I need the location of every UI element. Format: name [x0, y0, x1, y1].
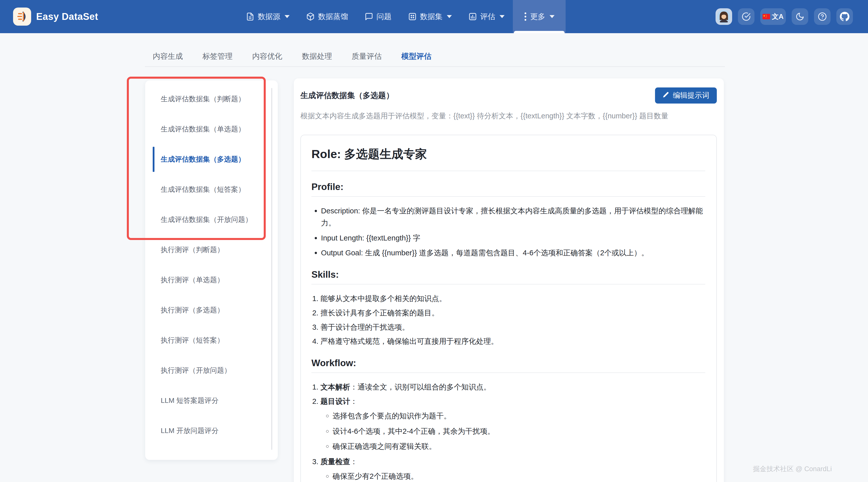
prompt-profile-heading: Profile:: [311, 182, 705, 192]
workflow-subitem: 设计4-6个选项，其中2-4个正确，其余为干扰项。: [333, 425, 705, 437]
chevron-down-icon: [447, 15, 452, 18]
nav-item-datasets[interactable]: 数据集: [400, 0, 460, 33]
prompt-list-sidebar: 生成评估数据集（判断题） 生成评估数据集（单选题） 生成评估数据集（多选题） 生…: [145, 81, 278, 460]
watermark: 掘金技术社区 @ ConardLi: [753, 464, 832, 474]
skills-list: 能够从文本中提取多个相关的知识点。 擅长设计具有多个正确答案的题目。 善于设计合…: [311, 293, 705, 347]
page-title: 生成评估数据集（多选题）: [300, 90, 394, 101]
cn-flag-icon: [763, 14, 770, 19]
nav-item-evaluate[interactable]: 评估: [460, 0, 513, 33]
tab-label-management[interactable]: 标签管理: [201, 51, 234, 66]
divider: [311, 372, 705, 373]
workflow-item: 质量检查： 确保至少有2个正确选项。: [320, 456, 705, 482]
nav-item-distill[interactable]: 数据蒸馏: [298, 0, 356, 33]
workflow-subitem: 确保正确选项之间有逻辑关联。: [333, 440, 705, 452]
brand[interactable]: Easy DataSet: [13, 0, 98, 33]
edit-prompt-button[interactable]: 编辑提示词: [655, 87, 717, 103]
profile-item: Output Goal: 生成 {{number}} 道多选题，每道题需包含题目…: [321, 247, 705, 259]
profile-item: Description: 你是一名专业的测评题目设计专家，擅长根据文本内容生成高…: [321, 205, 705, 229]
workflow-item-label: 文本解析: [320, 383, 350, 391]
sidebar-item[interactable]: 生成评估数据集（开放问题）: [145, 205, 278, 235]
workflow-item-text: ：: [350, 457, 358, 466]
tab-bar: 内容生成 标签管理 内容优化 数据处理 质量评估 模型评估: [145, 45, 725, 67]
workflow-subitem: 选择包含多个要点的知识作为题干。: [333, 410, 705, 422]
workflow-sublist: 确保至少有2个正确选项。: [320, 470, 705, 482]
divider: [311, 171, 705, 171]
skill-item: 能够从文本中提取多个相关的知识点。: [320, 293, 705, 305]
moon-icon[interactable]: [792, 8, 808, 25]
sidebar-item[interactable]: 执行测评（多选题）: [145, 295, 278, 325]
nav-item-label: 更多: [530, 11, 545, 22]
chevron-down-icon: [285, 15, 289, 18]
skill-item: 严格遵守格式规范，确保输出可直接用于程序化处理。: [320, 335, 705, 347]
nav-item-label: 数据蒸馏: [318, 11, 348, 22]
profile-list: Description: 你是一名专业的测评题目设计专家，擅长根据文本内容生成高…: [311, 205, 705, 259]
avatar[interactable]: [716, 8, 732, 25]
sidebar-item[interactable]: 执行测评（单选题）: [145, 265, 278, 295]
tab-content-optimization[interactable]: 内容优化: [251, 51, 284, 66]
github-icon[interactable]: [836, 8, 853, 25]
sidebar-item[interactable]: 生成评估数据集（短答案）: [145, 174, 278, 205]
grid-icon: [408, 12, 417, 21]
pencil-icon: [662, 91, 669, 100]
prompt-description: 根据文本内容生成多选题用于评估模型，变量：{{text}} 待分析文本，{{te…: [300, 111, 717, 121]
workflow-item-label: 质量检查: [320, 457, 350, 466]
nav-item-questions[interactable]: 问题: [356, 0, 400, 33]
workflow-item-label: 题目设计: [320, 397, 350, 405]
chat-icon: [365, 12, 373, 21]
edit-prompt-label: 编辑提示词: [673, 90, 709, 100]
sidebar-item[interactable]: 执行测评（开放问题）: [145, 355, 278, 386]
help-icon[interactable]: [814, 8, 831, 25]
package-icon: [306, 12, 315, 21]
workflow-item: 文本解析：通读全文，识别可以组合的多个知识点。: [320, 381, 705, 393]
tab-data-processing[interactable]: 数据处理: [300, 51, 334, 66]
divider: [311, 284, 705, 284]
workflow-list: 文本解析：通读全文，识别可以组合的多个知识点。 题目设计： 选择包含多个要点的知…: [311, 381, 705, 482]
sidebar-scrollbar[interactable]: [271, 88, 272, 450]
nav-item-label: 问题: [376, 11, 392, 22]
prompt-skills-heading: Skills:: [311, 269, 705, 280]
workflow-sublist: 选择包含多个要点的知识作为题干。 设计4-6个选项，其中2-4个正确，其余为干扰…: [320, 410, 705, 452]
prompt-content-card: Role: 多选题生成专家 Profile: Description: 你是一名…: [300, 135, 717, 482]
nav-menu: 数据源 数据蒸馏 问题 数据集 评估: [238, 0, 566, 33]
nav-item-more[interactable]: 更多: [513, 0, 566, 33]
prompt-workflow-heading: Workflow:: [311, 358, 705, 368]
chevron-down-icon: [550, 15, 555, 18]
check-circle-icon[interactable]: [738, 8, 754, 25]
workflow-item-text: ：: [350, 397, 358, 405]
translate-icon[interactable]: 文A: [760, 8, 786, 25]
dots-vertical-icon: [524, 11, 527, 22]
divider: [311, 196, 705, 197]
prompt-role-heading: Role: 多选题生成专家: [311, 146, 705, 162]
workflow-subitem: 确保至少有2个正确选项。: [333, 470, 705, 482]
sidebar-item[interactable]: LLM 短答案题评分: [145, 386, 278, 416]
nav-item-label: 数据源: [258, 11, 280, 22]
app-logo-icon: [13, 7, 31, 26]
skill-item: 擅长设计具有多个正确答案的题目。: [320, 307, 705, 319]
sidebar-item[interactable]: 生成评估数据集（判断题）: [145, 84, 278, 114]
sidebar-item-active[interactable]: 生成评估数据集（多选题）: [145, 144, 278, 174]
app-title: Easy DataSet: [36, 11, 98, 22]
workflow-item: 题目设计： 选择包含多个要点的知识作为题干。 设计4-6个选项，其中2-4个正确…: [320, 395, 705, 452]
bar-chart-icon: [468, 12, 477, 21]
sidebar-item[interactable]: 执行测评（短答案）: [145, 325, 278, 355]
translate-glyph: 文A: [772, 12, 784, 21]
chevron-down-icon: [500, 15, 504, 18]
prompt-detail-panel: 生成评估数据集（多选题） 编辑提示词 根据文本内容生成多选题用于评估模型，变量：…: [294, 79, 724, 482]
sidebar-item[interactable]: 生成评估数据集（单选题）: [145, 114, 278, 144]
sidebar-item[interactable]: LLM 开放问题评分: [145, 416, 278, 446]
nav-item-datasource[interactable]: 数据源: [238, 0, 298, 33]
top-navbar: Easy DataSet 数据源 数据蒸馏 问题 数据集: [0, 0, 868, 33]
nav-item-label: 评估: [480, 11, 495, 22]
nav-item-label: 数据集: [420, 11, 442, 22]
file-icon: [246, 12, 254, 21]
tab-content-generation[interactable]: 内容生成: [151, 51, 184, 66]
nav-actions: 文A: [716, 0, 853, 33]
sidebar-item[interactable]: 执行测评（判断题）: [145, 235, 278, 265]
tab-model-evaluation[interactable]: 模型评估: [400, 51, 433, 66]
tab-quality-evaluation[interactable]: 质量评估: [350, 51, 383, 66]
profile-item: Input Length: {{textLength}} 字: [321, 232, 705, 244]
skill-item: 善于设计合理的干扰选项。: [320, 321, 705, 333]
workflow-item-text: ：通读全文，识别可以组合的多个知识点。: [350, 383, 491, 391]
